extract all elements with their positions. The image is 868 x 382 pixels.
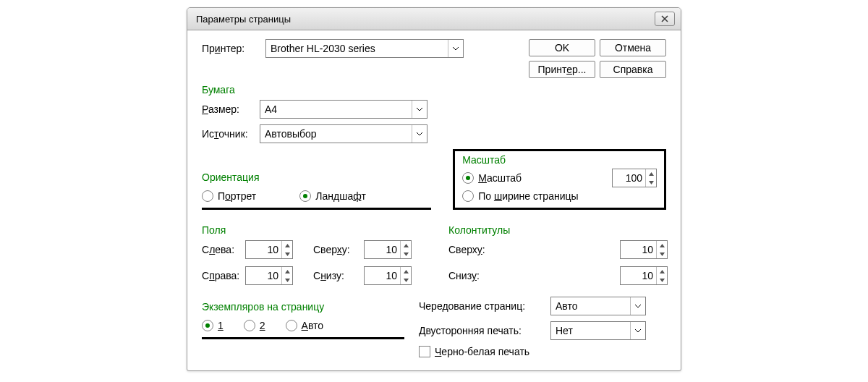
header-top-label: Сверху: (448, 244, 499, 255)
window-title: Параметры страницы (193, 14, 655, 25)
checkbox-box-icon (419, 346, 430, 357)
duplex-value: Нет (551, 322, 630, 339)
copies-1-label: 1 (218, 320, 224, 331)
scale-group-title: Масштаб (462, 154, 657, 166)
paper-source-combo[interactable]: Автовыбор (260, 124, 427, 143)
spinner-up-icon[interactable] (282, 267, 292, 276)
orientation-group-title: Ориентация (202, 171, 431, 183)
printer-settings-button[interactable]: Принтер... (529, 61, 595, 78)
copies-auto-label: Авто (302, 320, 324, 331)
scale-percent-label: Масштаб (478, 172, 522, 184)
bw-label: Черно-белая печать (435, 346, 529, 357)
copies-auto-radio[interactable]: Авто (286, 320, 324, 331)
spinner-down-icon[interactable] (657, 276, 667, 284)
header-top-spinner[interactable] (620, 240, 668, 259)
spinner-up-icon[interactable] (646, 169, 656, 178)
scale-fit-width-radio[interactable]: По ширине страницы (462, 190, 578, 202)
chevron-down-icon (412, 101, 427, 118)
titlebar: Параметры страницы (187, 8, 681, 30)
printer-combo[interactable]: Brother HL-2030 series (265, 39, 464, 58)
duplex-combo[interactable]: Нет (550, 321, 646, 340)
spinner-up-icon[interactable] (401, 267, 411, 276)
help-button[interactable]: Справка (600, 61, 666, 78)
ok-button[interactable]: OK (529, 39, 595, 56)
chevron-down-icon (630, 297, 645, 315)
scale-group: Масштаб Масштаб (453, 149, 666, 210)
spinner-down-icon[interactable] (401, 276, 411, 284)
margin-top-spinner[interactable] (364, 240, 412, 259)
margin-top-label: Сверху: (313, 244, 364, 255)
margin-right-input[interactable] (246, 267, 281, 284)
margin-bottom-spinner[interactable] (364, 266, 412, 285)
chevron-down-icon (630, 322, 645, 339)
orientation-portrait-radio[interactable]: Портрет (202, 190, 256, 202)
scale-percent-spinner[interactable] (612, 169, 657, 187)
cancel-button[interactable]: Отмена (600, 39, 666, 56)
orientation-landscape-radio[interactable]: Ландшафт (299, 190, 366, 202)
spinner-down-icon[interactable] (282, 250, 292, 258)
paper-source-label: Источник: (202, 128, 260, 140)
paper-source-value: Автовыбор (260, 125, 412, 143)
close-button[interactable] (655, 12, 675, 26)
margins-group-title: Поля (202, 224, 420, 236)
margin-right-label: Справа: (202, 270, 245, 281)
copies-1-radio[interactable]: 1 (202, 320, 224, 331)
interleave-value: Авто (551, 297, 630, 315)
printer-label: Принтер: (202, 43, 260, 54)
margin-top-input[interactable] (365, 241, 400, 258)
scale-percent-radio[interactable]: Масштаб (462, 172, 522, 184)
header-bottom-spinner[interactable] (620, 266, 668, 285)
copies-group-title: Экземпляров на страницу (202, 301, 404, 313)
interleave-label: Чередование страниц: (419, 300, 542, 312)
header-top-input[interactable] (621, 241, 656, 258)
orientation-portrait-label: Портрет (218, 190, 256, 202)
margin-right-spinner[interactable] (245, 266, 293, 285)
paper-size-combo[interactable]: A4 (260, 100, 427, 119)
chevron-down-icon (412, 125, 427, 143)
paper-size-value: A4 (260, 101, 412, 118)
paper-size-label: Размер: (202, 103, 260, 115)
copies-2-radio[interactable]: 2 (244, 320, 265, 331)
margin-left-spinner[interactable] (245, 240, 293, 259)
header-bottom-input[interactable] (621, 267, 656, 284)
interleave-combo[interactable]: Авто (550, 297, 646, 315)
spinner-up-icon[interactable] (282, 241, 292, 250)
spinner-up-icon[interactable] (657, 267, 667, 276)
chevron-down-icon (448, 40, 463, 57)
spinner-down-icon[interactable] (657, 250, 667, 258)
scale-fit-width-label: По ширине страницы (478, 190, 578, 202)
close-icon (661, 15, 668, 22)
margin-left-label: Слева: (202, 244, 245, 255)
orientation-landscape-label: Ландшафт (315, 190, 366, 202)
margin-left-input[interactable] (246, 241, 281, 258)
headers-group-title: Колонтитулы (448, 224, 666, 236)
duplex-label: Двусторонняя печать: (419, 325, 542, 336)
margin-bottom-label: Снизу: (313, 270, 364, 281)
paper-group-title: Бумага (202, 84, 666, 96)
spinner-down-icon[interactable] (401, 250, 411, 258)
margin-bottom-input[interactable] (365, 267, 400, 284)
spinner-up-icon[interactable] (657, 241, 667, 250)
header-bottom-label: Снизу: (448, 270, 499, 281)
spinner-up-icon[interactable] (401, 241, 411, 250)
bw-checkbox[interactable]: Черно-белая печать (419, 346, 529, 357)
spinner-down-icon[interactable] (646, 178, 656, 187)
printer-value: Brother HL-2030 series (266, 40, 448, 57)
scale-percent-input[interactable] (613, 169, 645, 187)
page-setup-dialog: Параметры страницы Принтер: Brother HL-2… (187, 7, 681, 371)
copies-2-label: 2 (260, 320, 265, 331)
spinner-down-icon[interactable] (282, 276, 292, 284)
